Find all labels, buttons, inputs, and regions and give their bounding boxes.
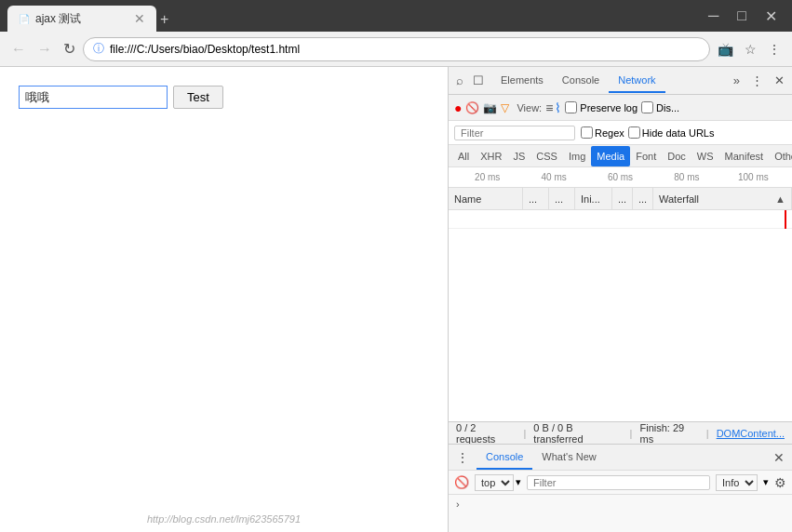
test-button[interactable]: Test	[173, 86, 223, 109]
console-settings-button[interactable]: ⚙	[774, 475, 786, 490]
devtools-tabs: ⌕ ☐ Elements Console Network » ⋮ ✕	[449, 67, 792, 95]
address-bar[interactable]: ⓘ file:///C:/Users/biao/Desktop/test1.ht…	[83, 37, 710, 61]
fetch-xhr-button[interactable]: 📷	[483, 101, 497, 114]
back-button[interactable]: ←	[7, 39, 30, 60]
regex-option[interactable]: Regex	[581, 126, 624, 139]
filter-input[interactable]	[454, 126, 575, 140]
address-input[interactable]: file:///C:/Users/biao/Desktop/test1.html	[110, 43, 700, 56]
waterfall-label: Waterfall	[659, 193, 699, 205]
disable-cache-checkbox[interactable]	[641, 101, 653, 113]
type-img[interactable]: Img	[563, 146, 591, 166]
top-select-chevron: ▾	[516, 476, 521, 488]
bookmark-button[interactable]: ☆	[741, 40, 760, 59]
tab-title: ajax 测试	[35, 11, 81, 27]
inspect-icon[interactable]: ⌕	[452, 72, 467, 89]
drawer-close-button[interactable]: ✕	[773, 450, 785, 465]
type-js[interactable]: JS	[507, 146, 530, 166]
th-dots4[interactable]: ...	[633, 188, 653, 209]
nav-bar: ← → ↻ ⓘ file:///C:/Users/biao/Desktop/te…	[0, 32, 792, 67]
network-toolbar: ● 🚫 📷 ▽ View: ≡ ⌇ Preserve log Dis...	[449, 95, 792, 121]
type-doc[interactable]: Doc	[662, 146, 691, 166]
clear-button[interactable]: 🚫	[465, 101, 479, 114]
cast-button[interactable]: 📺	[714, 40, 737, 59]
th-waterfall[interactable]: Waterfall ▲	[653, 188, 792, 209]
menu-button[interactable]: ⋮	[764, 40, 785, 59]
type-all[interactable]: All	[452, 146, 475, 166]
devtools-more: » ⋮ ✕	[730, 72, 788, 89]
type-manifest[interactable]: Manifest	[719, 146, 770, 166]
log-level-chevron: ▾	[763, 476, 769, 488]
regex-label: Regex	[595, 127, 624, 139]
devtools-settings-button[interactable]: ⋮	[747, 72, 767, 89]
th-dots2[interactable]: ...	[549, 188, 575, 209]
tick-60ms: 60 ms	[587, 172, 653, 182]
preserve-log-checkbox-label[interactable]: Preserve log	[565, 101, 638, 113]
drawer-tab-whatsnew[interactable]: What's New	[532, 446, 605, 470]
devtools-close-button[interactable]: ✕	[771, 72, 788, 89]
filter-bar: Regex Hide data URLs	[449, 121, 792, 145]
hide-data-urls-option[interactable]: Hide data URLs	[628, 126, 715, 139]
drawer-tab-console[interactable]: Console	[477, 446, 532, 470]
th-name[interactable]: Name	[449, 188, 523, 209]
browser-tab[interactable]: 📄 ajax 测试 ✕	[7, 6, 156, 32]
th-dots3[interactable]: ...	[612, 188, 633, 209]
tab-close-button[interactable]: ✕	[134, 12, 145, 25]
record-button[interactable]: ●	[454, 100, 462, 115]
view-label: View:	[517, 102, 542, 113]
type-xhr[interactable]: XHR	[475, 146, 507, 166]
filter-button[interactable]: ▽	[501, 101, 509, 114]
title-bar: 📄 ajax 测试 ✕ + ─ □ ✕	[0, 0, 792, 32]
maximize-button[interactable]: □	[730, 6, 754, 27]
disable-cache-checkbox-label[interactable]: Dis...	[641, 101, 679, 113]
domcontent-link[interactable]: DOMContent...	[717, 428, 785, 439]
clear-console-button[interactable]: 🚫	[454, 475, 469, 489]
waterfall-cell	[449, 210, 792, 229]
hide-data-urls-checkbox[interactable]	[628, 126, 640, 139]
th-initiator[interactable]: Ini...	[575, 188, 612, 209]
top-select-wrapper: top ▾	[475, 474, 521, 491]
table-header: Name ... ... Ini... ... ... Waterfall ▲	[449, 188, 792, 210]
mobile-icon[interactable]: ☐	[469, 72, 488, 89]
th-dots1[interactable]: ...	[523, 188, 549, 209]
type-font[interactable]: Font	[630, 146, 662, 166]
type-css[interactable]: CSS	[530, 146, 563, 166]
drawer-toolbar: 🚫 top ▾ Info ▾ ⚙	[449, 471, 792, 495]
browser-window: 📄 ajax 测试 ✕ + ─ □ ✕ ← → ↻ ⓘ file:///C:/U…	[0, 0, 792, 532]
console-drawer: ⋮ Console What's New ✕ 🚫 top ▾ In	[449, 444, 792, 532]
title-bar-controls: ─ □ ✕	[701, 6, 785, 27]
preserve-log-checkbox[interactable]	[565, 101, 577, 113]
more-tabs-button[interactable]: »	[730, 72, 744, 89]
status-bar: 0 / 2 requests | 0 B / 0 B transferred |…	[449, 421, 792, 444]
drawer-menu-button[interactable]: ⋮	[456, 450, 469, 465]
tab-network[interactable]: Network	[609, 69, 664, 93]
forward-button[interactable]: →	[34, 39, 56, 60]
console-filter-input[interactable]	[527, 475, 710, 490]
top-select[interactable]: top	[475, 474, 514, 491]
tab-favicon: 📄	[19, 14, 30, 24]
transferred-info: 0 B / 0 B transferred	[533, 422, 622, 445]
view-icons: ≡ ⌇	[545, 100, 561, 115]
type-ws[interactable]: WS	[691, 146, 719, 166]
type-other[interactable]: Other	[769, 146, 792, 166]
tab-elements[interactable]: Elements	[491, 69, 553, 93]
tick-20ms: 20 ms	[454, 172, 520, 182]
minimize-button[interactable]: ─	[701, 6, 726, 27]
list-view-icon[interactable]: ≡	[545, 100, 553, 115]
new-tab-button[interactable]: +	[156, 7, 172, 32]
network-table: Name ... ... Ini... ... ... Waterfall ▲	[449, 188, 792, 421]
tick-40ms: 40 ms	[520, 172, 586, 182]
sort-arrow-icon: ▲	[775, 193, 785, 205]
watermark-text: http://blog.csdn.net/lmj623565791	[0, 513, 448, 525]
tab-area: 📄 ajax 测试 ✕ +	[7, 0, 693, 32]
tick-100ms: 100 ms	[720, 172, 786, 182]
regex-checkbox[interactable]	[581, 126, 593, 139]
tab-console[interactable]: Console	[553, 69, 609, 93]
waterfall-view-icon[interactable]: ⌇	[555, 100, 561, 115]
log-level-select[interactable]: Info	[716, 474, 758, 491]
chevron-right-icon: ›	[456, 499, 460, 510]
type-media[interactable]: Media	[591, 146, 630, 166]
reload-button[interactable]: ↻	[60, 38, 79, 60]
filter-options: Regex Hide data URLs	[581, 126, 714, 139]
close-button[interactable]: ✕	[758, 6, 785, 27]
page-text-input[interactable]: 哦哦	[19, 86, 168, 109]
